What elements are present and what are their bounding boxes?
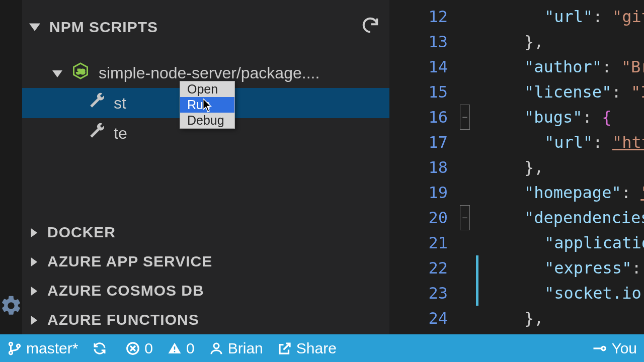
wrench-icon (88, 92, 106, 114)
activity-bar (0, 0, 22, 334)
menu-item-debug[interactable]: Debug (180, 113, 234, 128)
warning-number: 0 (186, 340, 195, 357)
svg-point-1 (9, 342, 12, 345)
chevron-right-icon (29, 253, 38, 270)
liveshare-user[interactable]: Brian (209, 340, 263, 357)
chevron-right-icon (29, 224, 38, 241)
menu-item-open[interactable]: Open (180, 81, 234, 97)
chevron-right-icon (29, 282, 38, 299)
svg-rect-6 (174, 351, 176, 352)
chevron-down-icon (52, 64, 62, 82)
code-editor[interactable]: 12131415161718192021222324 −− "url": "gi… (389, 0, 644, 334)
warning-count[interactable]: 0 (167, 340, 195, 357)
sync-button[interactable] (92, 341, 111, 356)
share-button[interactable]: Share (277, 340, 337, 357)
fold-gutter: −− (455, 0, 475, 334)
code-content[interactable]: "url": "git+},"author": "Bria"license": … (480, 0, 644, 334)
npm-scripts-header[interactable]: NPM SCRIPTS (22, 12, 389, 42)
collapsed-sections: DOCKER AZURE APP SERVICE AZURE COSMOS DB… (22, 218, 389, 334)
section-label: AZURE COSMOS DB (47, 282, 204, 299)
liveshare-status[interactable]: You (592, 340, 637, 357)
right-label: You (611, 340, 637, 357)
svg-point-2 (9, 351, 12, 354)
script-label: te (114, 124, 127, 143)
section-azure-functions[interactable]: AZURE FUNCTIONS (22, 305, 389, 334)
user-name: Brian (228, 340, 263, 357)
svg-point-7 (214, 343, 219, 348)
status-bar: master* 0 0 Brian Share You (0, 334, 644, 362)
change-gutter (475, 0, 480, 334)
svg-point-8 (602, 346, 606, 350)
explorer-sidebar: NPM SCRIPTS JS simple-node-server/packag… (22, 0, 389, 334)
svg-text:JS: JS (76, 68, 85, 75)
wrench-icon (88, 122, 106, 144)
section-azure-cosmos-db[interactable]: AZURE COSMOS DB (22, 276, 389, 305)
share-label: Share (296, 340, 337, 357)
nodejs-icon: JS (71, 62, 90, 84)
svg-rect-5 (174, 346, 176, 349)
error-count[interactable]: 0 (125, 340, 153, 357)
chevron-down-icon (29, 19, 40, 36)
svg-point-3 (17, 344, 20, 347)
section-label: AZURE FUNCTIONS (47, 311, 199, 328)
script-label: st (114, 94, 126, 113)
section-label: AZURE APP SERVICE (47, 253, 212, 270)
section-label: DOCKER (47, 224, 116, 241)
branch-name: master* (26, 340, 78, 357)
line-number-gutter: 12131415161718192021222324 (389, 0, 455, 334)
section-title: NPM SCRIPTS (49, 19, 158, 36)
section-azure-app-service[interactable]: AZURE APP SERVICE (22, 247, 389, 276)
error-number: 0 (144, 340, 153, 357)
package-label: simple-node-server/package.... (99, 64, 319, 82)
git-branch[interactable]: master* (7, 340, 78, 357)
section-docker[interactable]: DOCKER (22, 218, 389, 247)
refresh-icon[interactable] (360, 15, 380, 39)
cursor-icon (203, 99, 213, 115)
chevron-right-icon (29, 311, 38, 328)
gear-icon[interactable] (0, 294, 23, 319)
